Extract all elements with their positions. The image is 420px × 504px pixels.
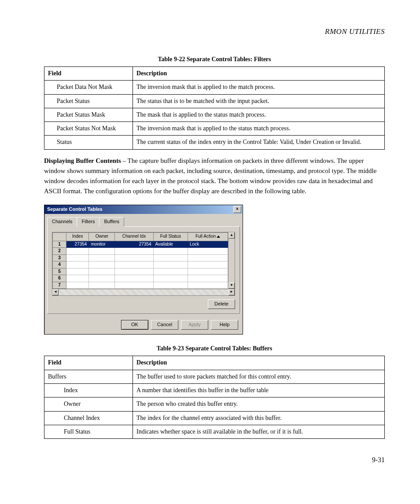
row-1-num: 1 bbox=[53, 241, 66, 248]
tab-filters[interactable]: Filters bbox=[77, 217, 99, 227]
table-row[interactable]: 6 bbox=[53, 275, 228, 282]
col-full-action[interactable]: Full Action bbox=[188, 232, 228, 241]
row-1-action: Lock bbox=[188, 241, 228, 248]
row-1-chidx: 27354 bbox=[115, 241, 153, 248]
tab-buffers[interactable]: Buffers bbox=[99, 217, 124, 227]
table-22-head-desc: Description bbox=[133, 66, 384, 80]
close-icon[interactable]: × bbox=[233, 206, 241, 213]
scroll-up-icon[interactable]: ▲ bbox=[228, 232, 235, 239]
t23-r2-d: The person who created this buffer entry… bbox=[133, 397, 384, 411]
t23-r4-f: Full Status bbox=[44, 425, 133, 438]
scroll-down-icon[interactable]: ▼ bbox=[228, 283, 235, 289]
t22-r2-d: The mask that is applied to the status m… bbox=[133, 108, 384, 121]
col-owner[interactable]: Owner bbox=[89, 232, 115, 241]
t22-r0-d: The inversion mask that is applied to th… bbox=[133, 81, 384, 94]
dialog-title: Separate Control Tables bbox=[47, 206, 103, 213]
t22-r4-d: The current status of the index entry in… bbox=[133, 136, 384, 149]
table-row[interactable]: 4 bbox=[53, 261, 228, 269]
table-22-head-field: Field bbox=[44, 66, 133, 80]
table-row[interactable]: 5 bbox=[53, 268, 228, 275]
row-5-num: 5 bbox=[53, 268, 66, 275]
tab-channels[interactable]: Channels bbox=[47, 217, 77, 227]
cancel-button[interactable]: Cancel bbox=[151, 320, 178, 330]
table-22-caption: Table 9-22 Separate Control Tables: Filt… bbox=[44, 55, 385, 64]
scroll-left-icon[interactable]: ◄ bbox=[52, 289, 59, 295]
t22-r0-f: Packet Data Not Mask bbox=[44, 81, 133, 94]
page-header: RMON UTILITIES bbox=[44, 26, 385, 37]
t23-r3-d: The index for the channel entry associat… bbox=[133, 411, 384, 425]
t23-r1-d: A number that identifies this buffer in … bbox=[133, 383, 384, 397]
t23-r4-d: Indicates whether space is still availab… bbox=[133, 425, 384, 438]
t22-r1-d: The status that is to be matched with th… bbox=[133, 94, 384, 108]
table-row[interactable]: 7 bbox=[53, 282, 228, 289]
col-index[interactable]: Index bbox=[66, 232, 89, 241]
ok-button[interactable]: OK bbox=[121, 320, 148, 330]
horizontal-scrollbar[interactable]: ◄ ► bbox=[52, 289, 235, 295]
row-4-num: 4 bbox=[53, 261, 66, 269]
row-1-index: 27354 bbox=[66, 241, 89, 248]
apply-button[interactable]: Apply bbox=[181, 320, 208, 330]
row-1-owner: monitor bbox=[89, 241, 115, 248]
t23-r3-f: Channel Index bbox=[44, 411, 133, 425]
buffer-contents-paragraph: Displaying Buffer Contents – The capture… bbox=[44, 156, 385, 197]
row-2-num: 2 bbox=[53, 248, 66, 255]
t22-r4-f: Status bbox=[44, 136, 133, 149]
buffers-grid: Index Owner Channel Idx Full Status Full… bbox=[52, 232, 235, 296]
table-row[interactable]: 3 bbox=[53, 254, 228, 261]
table-22: Field Description Packet Data Not MaskTh… bbox=[44, 66, 385, 150]
row-7-num: 7 bbox=[53, 282, 66, 289]
row-1-status: Available bbox=[153, 241, 188, 248]
table-23: Field Description BuffersThe buffer used… bbox=[44, 356, 385, 439]
help-button[interactable]: Help bbox=[211, 320, 238, 330]
table-23-head-desc: Description bbox=[133, 356, 384, 370]
separate-control-tables-dialog: Separate Control Tables × Channels Filte… bbox=[44, 205, 243, 335]
dialog-tabs: Channels Filters Buffers bbox=[44, 214, 243, 226]
delete-button[interactable]: Delete bbox=[208, 299, 235, 309]
t23-r2-f: Owner bbox=[44, 397, 133, 411]
table-row[interactable]: 1 27354 monitor 27354 Available Lock bbox=[53, 241, 228, 248]
col-full-status[interactable]: Full Status bbox=[153, 232, 188, 241]
t22-r3-d: The inversion mask that is applied to th… bbox=[133, 122, 384, 136]
vertical-scrollbar[interactable]: ▲ ▼ bbox=[228, 232, 235, 289]
t23-r0-f: Buffers bbox=[44, 370, 133, 383]
page-number: 9-31 bbox=[44, 455, 385, 465]
scroll-right-icon[interactable]: ► bbox=[228, 289, 235, 295]
dialog-titlebar: Separate Control Tables × bbox=[44, 205, 243, 214]
t22-r1-f: Packet Status bbox=[44, 94, 133, 108]
row-3-num: 3 bbox=[53, 254, 66, 261]
sort-asc-icon bbox=[217, 235, 220, 238]
table-row[interactable]: 2 bbox=[53, 248, 228, 255]
row-6-num: 6 bbox=[53, 275, 66, 282]
buffers-tab-panel: Index Owner Channel Idx Full Status Full… bbox=[47, 226, 240, 314]
grid-corner bbox=[53, 232, 66, 241]
t23-r1-f: Index bbox=[44, 383, 133, 397]
t23-r0-d: The buffer used to store packets matched… bbox=[133, 370, 384, 383]
para-lead: Displaying Buffer Contents bbox=[44, 157, 121, 164]
table-23-caption: Table 9-23 Separate Control Tables: Buff… bbox=[44, 344, 385, 353]
t22-r3-f: Packet Status Not Mask bbox=[44, 122, 133, 136]
table-23-head-field: Field bbox=[44, 356, 133, 370]
col-channel-idx[interactable]: Channel Idx bbox=[115, 232, 153, 241]
t22-r2-f: Packet Status Mask bbox=[44, 108, 133, 121]
